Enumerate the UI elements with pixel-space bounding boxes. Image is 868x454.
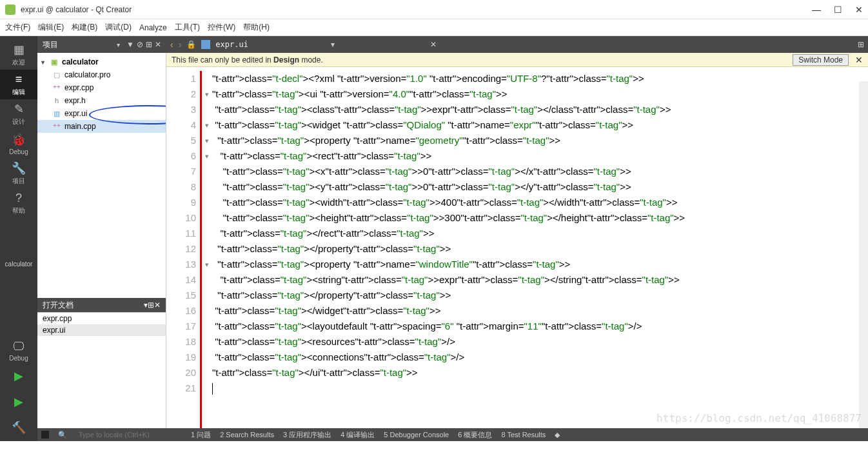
fold-column: ▾▾▾▾▾ — [202, 67, 212, 428]
split-icon[interactable]: ⊞ — [148, 301, 154, 310]
mode-help[interactable]: ?帮助 — [0, 188, 37, 218]
mode-design[interactable]: ✎设计 — [0, 99, 37, 129]
chevron-down-icon[interactable]: ▾ — [117, 41, 120, 48]
status-search[interactable]: 2 Search Results — [220, 431, 274, 439]
mode-debug[interactable]: 🐞Debug — [0, 129, 37, 159]
fold-toggle[interactable]: ▾ — [202, 257, 212, 272]
back-button[interactable]: ‹ — [170, 39, 173, 50]
status-test[interactable]: 8 Test Results — [501, 431, 546, 439]
split-editor-icon[interactable]: ⊞ — [858, 40, 864, 49]
tree-file-main[interactable]: ⁺⁺main.cpp — [37, 120, 166, 133]
doc-item[interactable]: expr.cpp — [37, 313, 166, 324]
fold-toggle — [202, 288, 212, 303]
run-button[interactable]: ▶ — [0, 364, 37, 390]
file-icon: ▢ — [52, 70, 62, 79]
fold-toggle — [202, 365, 212, 380]
output-toggle-icon[interactable] — [41, 431, 49, 439]
wrench-icon: 🔧 — [12, 161, 26, 175]
tree-file-header[interactable]: hexpr.h — [37, 94, 166, 107]
monitor-icon: 🖵 — [13, 340, 25, 353]
ui-icon: ▥ — [52, 109, 62, 118]
tree-file-ui[interactable]: ▥expr.ui — [37, 107, 166, 120]
menu-debug[interactable]: 调试(D) — [105, 22, 132, 33]
target-button[interactable]: 🖵Debug — [0, 338, 37, 364]
status-appout[interactable]: 3 应用程序输出 — [283, 430, 331, 440]
menu-tools[interactable]: 工具(T) — [175, 22, 200, 33]
switch-mode-button[interactable]: Switch Mode — [793, 54, 849, 66]
menu-help[interactable]: 帮助(H) — [243, 22, 270, 33]
edit-icon: ≡ — [15, 73, 23, 86]
bug-icon: 🐞 — [12, 133, 26, 147]
doc-item[interactable]: expr.ui — [37, 324, 166, 336]
code-editor: This file can only be edited in Design m… — [166, 53, 868, 428]
banner-text: This file can only be edited in Design m… — [172, 55, 323, 64]
tree-file-cpp[interactable]: ⁺⁺expr.cpp — [37, 81, 166, 94]
open-file-name[interactable]: expr.ui — [215, 40, 248, 49]
vertical-scrollbar[interactable] — [859, 81, 868, 428]
menu-file[interactable]: 文件(F) — [5, 22, 30, 33]
project-icon: ▣ — [49, 57, 59, 66]
fold-toggle — [202, 210, 212, 226]
grid-icon: ▦ — [14, 43, 25, 57]
code-area[interactable]: "t-attr">class="t-decl"><?xml "t-attr">v… — [212, 67, 868, 428]
fold-toggle — [202, 303, 212, 319]
close-banner-button[interactable]: ✕ — [855, 55, 863, 65]
link-icon[interactable]: ⊘ — [137, 40, 143, 49]
fold-toggle[interactable]: ▾ — [202, 86, 212, 102]
tree-project-root[interactable]: ▾▣calculator — [37, 55, 166, 68]
close-panel-icon[interactable]: ✕ — [154, 301, 161, 310]
cpp-icon: ⁺⁺ — [52, 83, 62, 92]
watermark: https://blog.csdn.net/qq_41068877 — [656, 412, 862, 424]
filter-icon[interactable]: ▼ — [126, 40, 134, 49]
fold-toggle — [202, 195, 212, 210]
mode-projects[interactable]: 🔧项目 — [0, 159, 37, 188]
chevron-down-icon[interactable]: ▾ — [41, 59, 49, 66]
locator-input[interactable] — [79, 431, 182, 439]
open-docs-list: expr.cpp expr.ui — [37, 312, 166, 428]
lock-icon: 🔒 — [186, 40, 196, 49]
status-general[interactable]: 6 概要信息 — [458, 430, 492, 440]
debug-run-button[interactable]: ▶ — [0, 390, 37, 415]
minimize-button[interactable]: — — [812, 5, 821, 15]
mode-edit[interactable]: ≡编辑 — [0, 70, 37, 99]
status-compile[interactable]: 4 编译输出 — [340, 430, 375, 440]
menu-widgets[interactable]: 控件(W) — [208, 22, 235, 33]
status-issues[interactable]: 1 问题 — [191, 430, 211, 440]
fold-toggle[interactable]: ▾ — [202, 148, 212, 164]
title-bar: expr.ui @ calculator - Qt Creator — ☐ ✕ — [0, 0, 868, 19]
split-icon[interactable]: ⊞ — [146, 40, 152, 49]
fold-toggle — [202, 350, 212, 365]
file-dropdown-icon[interactable]: ▾ — [331, 40, 335, 49]
fold-toggle — [202, 334, 212, 350]
mode-welcome[interactable]: ▦欢迎 — [0, 40, 37, 70]
status-bar: 🔍 1 问题 2 Search Results 3 应用程序输出 4 编译输出 … — [37, 428, 868, 441]
fold-toggle — [202, 380, 212, 396]
tree-file-pro[interactable]: ▢calculator.pro — [37, 68, 166, 81]
forward-button[interactable]: › — [179, 39, 182, 50]
design-mode-banner: This file can only be edited in Design m… — [166, 53, 868, 67]
menu-build[interactable]: 构建(B) — [72, 22, 97, 33]
fold-toggle — [202, 179, 212, 195]
close-button[interactable]: ✕ — [855, 5, 863, 15]
fold-toggle — [202, 241, 212, 257]
h-icon: h — [52, 96, 62, 105]
menu-edit[interactable]: 编辑(E) — [38, 22, 64, 33]
window-title: expr.ui @ calculator - Qt Creator — [21, 5, 812, 14]
project-panel-header: 项目 ▾ ▼ ⊘ ⊞ ✕ — [37, 36, 166, 53]
close-file-button[interactable]: ✕ — [430, 40, 437, 49]
menu-bar: 文件(F) 编辑(E) 构建(B) 调试(D) Analyze 工具(T) 控件… — [0, 19, 868, 36]
status-dropdown-icon[interactable]: ◆ — [555, 431, 560, 439]
fold-toggle — [202, 226, 212, 241]
fold-toggle — [202, 164, 212, 179]
fold-toggle — [202, 71, 212, 86]
fold-toggle[interactable]: ▾ — [202, 117, 212, 133]
status-debugger[interactable]: 5 Debugger Console — [384, 431, 449, 439]
maximize-button[interactable]: ☐ — [834, 5, 842, 15]
cpp-icon: ⁺⁺ — [52, 122, 62, 131]
kit-selector[interactable]: calculator — [5, 257, 33, 271]
play-bug-icon: ▶ — [14, 395, 23, 409]
close-panel-icon[interactable]: ✕ — [155, 40, 161, 49]
build-button[interactable]: 🔨 — [0, 415, 37, 441]
menu-analyze[interactable]: Analyze — [139, 23, 167, 32]
fold-toggle[interactable]: ▾ — [202, 133, 212, 148]
